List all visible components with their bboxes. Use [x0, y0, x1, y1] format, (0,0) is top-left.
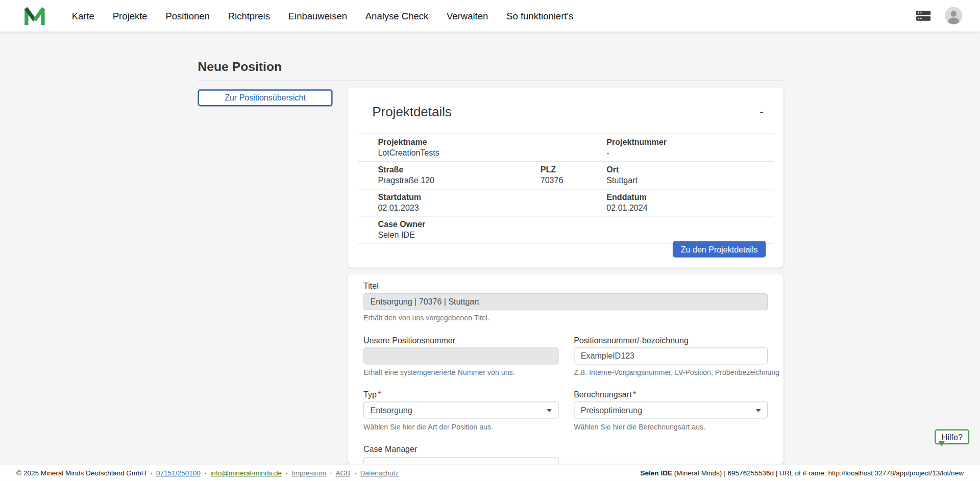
nav-verwalten[interactable]: Verwalten [447, 10, 488, 21]
app-viewport: Karte Projekte Positionen Richtpreis Ein… [0, 0, 980, 481]
case-owner-value: Selen IDE [378, 231, 606, 241]
unsere-positionsnummer-label: Unsere Positionsnummer [363, 336, 455, 345]
case-owner-label: Case Owner [378, 220, 606, 230]
berechnungsart-select[interactable]: Preisoptimierung [574, 401, 768, 418]
startdatum-value: 02.01.2023 [378, 204, 606, 214]
session-user: Selen IDE [640, 469, 672, 476]
position-form-card: Titel Erhält den von uns vorgegebenen Ti… [348, 274, 783, 464]
help-button[interactable]: Hilfe? [935, 429, 969, 445]
berechnungsart-select-value: Preisoptimierung [581, 406, 642, 415]
nav-analyse-check[interactable]: Analyse Check [365, 10, 428, 21]
help-button-label: Hilfe? [942, 432, 963, 442]
agb-link[interactable]: AGB [335, 469, 350, 476]
project-details-button[interactable]: Zu den Projektdetails [673, 241, 766, 258]
field-projektnummer: Projektnummer - [606, 137, 773, 158]
field-ort: Ort Stuttgart [606, 165, 773, 186]
table-row: Straße Pragstraße 120 PLZ 70376 Ort Stut… [358, 161, 773, 189]
field-case-owner: Case Owner Selen IDE [358, 220, 606, 241]
server-icon[interactable] [916, 10, 931, 22]
nav-karte[interactable]: Karte [72, 10, 94, 21]
table-row: Projektname LotCreationTests Projektnumm… [358, 134, 773, 161]
ort-value: Stuttgart [606, 175, 773, 186]
email-link[interactable]: info@mineral-minds.de [210, 469, 282, 476]
startdatum-label: Startdatum [378, 193, 606, 202]
required-asterisk: * [633, 390, 636, 399]
typ-label: Typ* [363, 390, 381, 399]
user-avatar-icon[interactable] [945, 7, 963, 25]
titel-label: Titel [363, 282, 379, 291]
enddatum-value: 02.01.2024 [606, 204, 773, 214]
page-title: Neue Position [198, 60, 282, 74]
positionsnummer-input[interactable] [574, 347, 768, 364]
footer-left: © 2025 Mineral Minds Deutschland GmbH · … [16, 469, 399, 476]
titel-input [363, 293, 768, 310]
required-asterisk: * [378, 390, 381, 399]
field-plz: PLZ 70376 [541, 165, 607, 186]
projektname-value: LotCreationTests [378, 148, 606, 158]
datenschutz-link[interactable]: Datenschutz [360, 469, 399, 476]
main-nav: Karte Projekte Positionen Richtpreis Ein… [72, 10, 574, 21]
mineral-minds-logo-icon[interactable] [24, 6, 45, 26]
typ-select[interactable]: Entsorgung [363, 401, 559, 418]
projektname-label: Projektname [378, 137, 606, 147]
phone-link[interactable]: 07151/250100 [156, 469, 201, 476]
project-details-card: Projektdetails - Projektname LotCreation… [348, 88, 783, 268]
projektnummer-label: Projektnummer [606, 137, 773, 147]
empty-cell [606, 220, 773, 241]
field-startdatum: Startdatum 02.01.2023 [358, 193, 606, 214]
unsere-positionsnummer-input [363, 347, 559, 364]
typ-select-value: Entsorgung [371, 406, 412, 415]
strasse-label: Straße [378, 165, 540, 174]
typ-help: Wählen Sie hier die Art der Position aus… [363, 423, 493, 431]
plz-label: PLZ [541, 165, 607, 174]
table-row: Case Owner Selen IDE [358, 216, 773, 243]
chevron-down-icon [756, 409, 761, 412]
berechnungsart-label: Berechnungsart* [574, 390, 636, 399]
footer: © 2025 Mineral Minds Deutschland GmbH · … [0, 464, 980, 480]
ort-label: Ort [606, 165, 773, 174]
titel-help: Erhält den von uns vorgegebenen Titel. [363, 314, 489, 322]
nav-positionen[interactable]: Positionen [165, 10, 209, 21]
top-navbar: Karte Projekte Positionen Richtpreis Ein… [0, 0, 980, 32]
nav-einbauweisen[interactable]: Einbauweisen [288, 10, 347, 21]
unsere-positionsnummer-help: Erhält eine systemgenerierte Nummer von … [363, 369, 515, 376]
field-enddatum: Enddatum 02.01.2024 [606, 193, 773, 214]
positions-overview-button[interactable]: Zur Positionsübersicht [198, 89, 332, 106]
chevron-down-icon [547, 409, 552, 412]
field-strasse: Straße Pragstraße 120 [358, 165, 541, 186]
strasse-value: Pragstraße 120 [378, 175, 540, 186]
project-details-table: Projektname LotCreationTests Projektnumm… [358, 134, 773, 244]
case-manager-label: Case Manager [363, 444, 417, 454]
session-info: Selen IDE (Mineral Minds) | 69576255536d… [640, 469, 964, 476]
navbar-right [916, 7, 962, 25]
title-divider [198, 80, 782, 81]
enddatum-label: Enddatum [606, 193, 773, 202]
berechnungsart-help: Wählen Sie hier die Berechnungsart aus. [574, 423, 705, 431]
projektnummer-value: - [606, 148, 773, 158]
case-manager-input[interactable] [363, 457, 559, 464]
positionsnummer-label: Positionsnummer/-bezeichnung [574, 336, 689, 345]
field-projektname: Projektname LotCreationTests [358, 137, 606, 158]
positionsnummer-help: Z.B. Interne-Vorgangsnummer, LV-Position… [574, 369, 779, 376]
nav-richtpreis[interactable]: Richtpreis [228, 10, 270, 21]
table-row: Startdatum 02.01.2023 Enddatum 02.01.202… [358, 189, 773, 216]
nav-so-funktionierts[interactable]: So funktioniert's [506, 10, 573, 21]
collapse-icon[interactable]: - [760, 107, 764, 117]
project-details-title: Projektdetails [372, 105, 452, 120]
impressum-link[interactable]: Impressum [292, 469, 326, 476]
session-details: (Mineral Minds) | 69576255536d | URL of … [672, 469, 964, 476]
copyright-text: © 2025 Mineral Minds Deutschland GmbH [16, 469, 146, 476]
nav-projekte[interactable]: Projekte [113, 10, 148, 21]
plz-value: 70376 [541, 175, 607, 186]
